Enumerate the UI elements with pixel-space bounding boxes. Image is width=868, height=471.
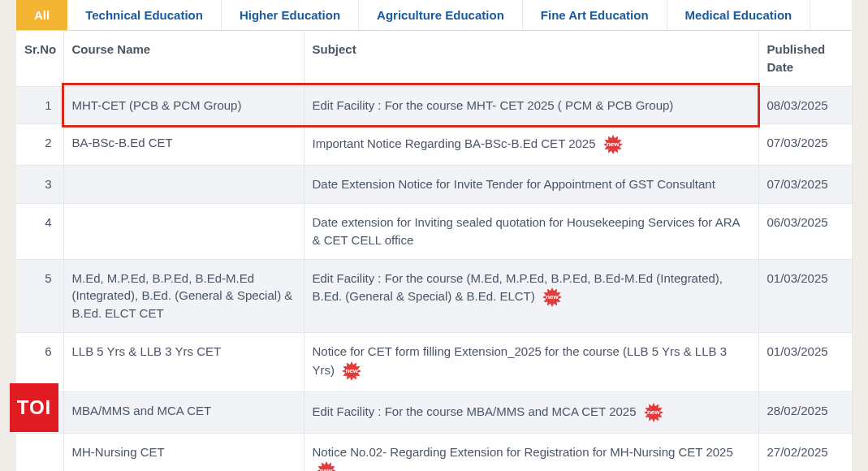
table-row[interactable]: 2BA-BSc-B.Ed CETImportant Notice Regardi… [16,124,852,166]
toi-logo-text: TOI [17,396,52,419]
cell-course: M.Ed, M.P.Ed, B.P.Ed, B.Ed-M.Ed (Integra… [63,259,304,332]
notices-table: Sr.No Course Name Subject Published Date… [16,31,853,471]
col-course: Course Name [63,31,304,86]
table-row[interactable]: 1MHT-CET (PCB & PCM Group)Edit Facility … [16,86,852,124]
table-row[interactable]: 5M.Ed, M.P.Ed, B.P.Ed, B.Ed-M.Ed (Integr… [16,259,852,332]
table-header-row: Sr.No Course Name Subject Published Date [16,31,852,86]
subject-text: Notice No.02- Regarding Extension for Re… [313,445,733,459]
tab-higher-education[interactable]: Higher Education [222,0,359,30]
cell-subject: Edit Facility : For the course MHT- CET … [304,86,758,124]
cell-date: 08/03/2025 [758,86,852,124]
cell-sr: 3 [16,166,63,204]
table-wrap: Sr.No Course Name Subject Published Date… [16,31,852,471]
tab-all[interactable]: All [16,0,67,30]
cell-subject: Date Extension Notice for Invite Tender … [304,166,758,204]
cell-course: MH-Nursing CET [63,433,304,471]
subject-text: Date extension for Inviting sealed quota… [313,215,740,247]
cell-course: LLB 5 Yrs & LLB 3 Yrs CET [63,332,304,391]
col-date: Published Date [758,31,852,86]
toi-logo: TOI [10,383,58,432]
cell-date: 07/03/2025 [758,124,852,166]
subject-text: Important Notice Regarding BA-BSc-B.Ed C… [313,136,599,150]
new-icon: new [542,287,563,308]
cell-course: BA-BSc-B.Ed CET [63,124,304,166]
subject-text: Edit Facility : For the course MBA/MMS a… [313,404,640,417]
tab-agriculture-education[interactable]: Agriculture Education [359,0,523,30]
col-sr: Sr.No [16,31,63,86]
cell-subject: Notice No.02- Regarding Extension for Re… [304,433,758,471]
cell-sr: 1 [16,86,63,124]
table-row[interactable]: 6LLB 5 Yrs & LLB 3 Yrs CETNotice for CET… [16,332,852,391]
cell-date: 27/02/2025 [758,433,852,471]
subject-text: Edit Facility : For the course (M.Ed, M.… [313,271,723,304]
new-icon: new [602,134,624,155]
cell-sr: 5 [16,259,63,332]
cell-course: MBA/MMS and MCA CET [63,391,304,433]
tab-technical-education[interactable]: Technical Education [67,0,222,30]
cell-sr: 2 [16,124,63,166]
cell-sr: 4 [16,204,63,260]
cell-date: 07/03/2025 [758,166,852,204]
table-row[interactable]: 3Date Extension Notice for Invite Tender… [16,166,852,204]
table-row[interactable]: 4Date extension for Inviting sealed quot… [16,204,852,260]
cell-date: 01/03/2025 [758,332,852,391]
tab-medical-education[interactable]: Medical Education [667,0,811,30]
new-icon: new [341,361,362,382]
cell-date: 28/02/2025 [758,391,852,433]
cell-date: 06/03/2025 [758,204,852,260]
cell-subject: Date extension for Inviting sealed quota… [304,204,758,260]
main-panel: AllTechnical EducationHigher EducationAg… [16,0,852,471]
cell-date: 01/03/2025 [758,259,852,332]
cell-course [63,166,304,204]
tab-fine-art-education[interactable]: Fine Art Education [523,0,667,30]
new-icon: new [643,402,664,423]
cell-course: MHT-CET (PCB & PCM Group) [63,86,304,124]
cell-sr [16,433,63,471]
tab-bar: AllTechnical EducationHigher EducationAg… [16,0,852,31]
subject-text: Date Extension Notice for Invite Tender … [313,177,715,191]
cell-subject: Notice for CET form filling Extension_20… [304,332,758,391]
col-subject: Subject [304,31,758,86]
cell-subject: Edit Facility : For the course (M.Ed, M.… [304,259,758,332]
cell-course [63,204,304,260]
table-row[interactable]: MBA/MMS and MCA CETEdit Facility : For t… [16,391,852,433]
table-row[interactable]: MH-Nursing CETNotice No.02- Regarding Ex… [16,433,852,471]
new-icon: new [316,460,337,471]
subject-text: Edit Facility : For the course MHT- CET … [313,98,674,112]
cell-subject: Edit Facility : For the course MBA/MMS a… [304,391,758,433]
subject-text: Notice for CET form filling Extension_20… [313,344,728,377]
cell-subject: Important Notice Regarding BA-BSc-B.Ed C… [304,124,758,166]
